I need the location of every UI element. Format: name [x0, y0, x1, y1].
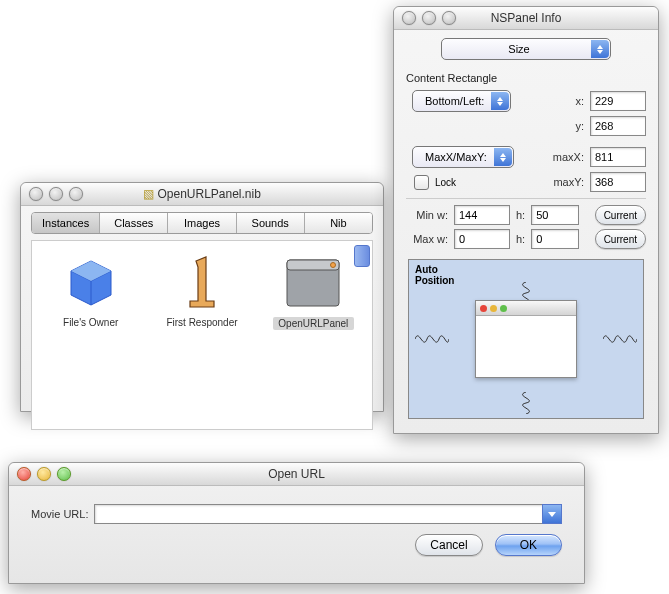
minw-field[interactable] — [454, 205, 510, 225]
tab-bar: Instances Classes Images Sounds Nib — [31, 212, 373, 234]
zoom-icon[interactable] — [69, 187, 83, 201]
titlebar[interactable]: ▧ OpenURLPanel.nib — [21, 183, 383, 206]
chevron-updown-icon — [494, 148, 512, 166]
lock-checkbox[interactable] — [414, 175, 429, 190]
maxh-field[interactable] — [531, 229, 579, 249]
origin-popup-label: Bottom/Left: — [425, 95, 484, 107]
minimize-icon[interactable] — [49, 187, 63, 201]
lock-label: Lock — [435, 177, 456, 188]
close-icon[interactable] — [17, 467, 31, 481]
zoom-icon[interactable] — [442, 11, 456, 25]
tab-classes[interactable]: Classes — [100, 213, 168, 233]
chevron-updown-icon — [491, 92, 509, 110]
maxy-field[interactable] — [590, 172, 646, 192]
content-rectangle-label: Content Rectangle — [406, 72, 646, 84]
mode-popup[interactable]: Size — [441, 38, 611, 60]
maxy-label: maxY: — [553, 176, 584, 188]
max-current-button[interactable]: Current — [595, 229, 646, 249]
scroll-thumb[interactable] — [354, 245, 370, 267]
extent-popup[interactable]: MaxX/MaxY: — [412, 146, 514, 168]
titlebar[interactable]: Open URL — [9, 463, 584, 486]
tab-instances[interactable]: Instances — [32, 213, 100, 233]
openurlpanel-label: OpenURLPanel — [273, 317, 354, 330]
mini-min-icon — [490, 305, 497, 312]
window-title: Open URL — [9, 467, 584, 481]
close-icon[interactable] — [402, 11, 416, 25]
svg-point-5 — [331, 263, 336, 268]
chevron-updown-icon — [591, 40, 609, 58]
auto-position-well[interactable]: Auto Position — [408, 259, 644, 419]
openurlpanel-item[interactable]: OpenURLPanel — [273, 255, 354, 415]
maxw-field[interactable] — [454, 229, 510, 249]
open-url-window: Open URL Movie URL: Cancel OK — [8, 462, 585, 584]
minimize-icon[interactable] — [37, 467, 51, 481]
nib-window: ▧ OpenURLPanel.nib Instances Classes Ima… — [20, 182, 384, 412]
maxw-label: Max w: — [406, 233, 448, 245]
nib-body: File's Owner First Responder OpenURLPane… — [31, 240, 373, 430]
minh-field[interactable] — [531, 205, 579, 225]
titlebar[interactable]: NSPanel Info — [394, 7, 658, 30]
maxx-field[interactable] — [590, 147, 646, 167]
number-one-icon — [174, 255, 230, 311]
movie-url-field[interactable] — [94, 504, 542, 524]
mini-close-icon — [480, 305, 487, 312]
tab-sounds[interactable]: Sounds — [237, 213, 305, 233]
maxh-label: h: — [516, 233, 525, 245]
maxx-label: maxX: — [553, 151, 584, 163]
origin-popup[interactable]: Bottom/Left: — [412, 90, 511, 112]
files-owner-item[interactable]: File's Owner — [50, 255, 131, 415]
panel-icon — [285, 255, 341, 311]
movie-url-combobox[interactable] — [94, 504, 562, 524]
cancel-button[interactable]: Cancel — [415, 534, 482, 556]
ok-button[interactable]: OK — [495, 534, 562, 556]
y-label: y: — [575, 120, 584, 132]
y-field[interactable] — [590, 116, 646, 136]
auto-position-miniwindow[interactable] — [475, 300, 577, 378]
first-responder-label: First Responder — [161, 317, 242, 328]
close-icon[interactable] — [29, 187, 43, 201]
cube-icon — [63, 255, 119, 311]
movie-url-label: Movie URL: — [31, 508, 88, 520]
minw-label: Min w: — [406, 209, 448, 221]
min-current-button[interactable]: Current — [595, 205, 646, 225]
tab-images[interactable]: Images — [168, 213, 236, 233]
minh-label: h: — [516, 209, 525, 221]
minimize-icon[interactable] — [422, 11, 436, 25]
first-responder-item[interactable]: First Responder — [161, 255, 242, 415]
mini-zoom-icon — [500, 305, 507, 312]
zoom-icon[interactable] — [57, 467, 71, 481]
x-label: x: — [575, 95, 584, 107]
files-owner-label: File's Owner — [50, 317, 131, 328]
mode-popup-label: Size — [508, 43, 529, 55]
chevron-down-icon[interactable] — [542, 504, 562, 524]
inspector-panel: NSPanel Info Size Content Rectangle Bott… — [393, 6, 659, 434]
tab-nib[interactable]: Nib — [305, 213, 372, 233]
x-field[interactable] — [590, 91, 646, 111]
extent-popup-label: MaxX/MaxY: — [425, 151, 487, 163]
